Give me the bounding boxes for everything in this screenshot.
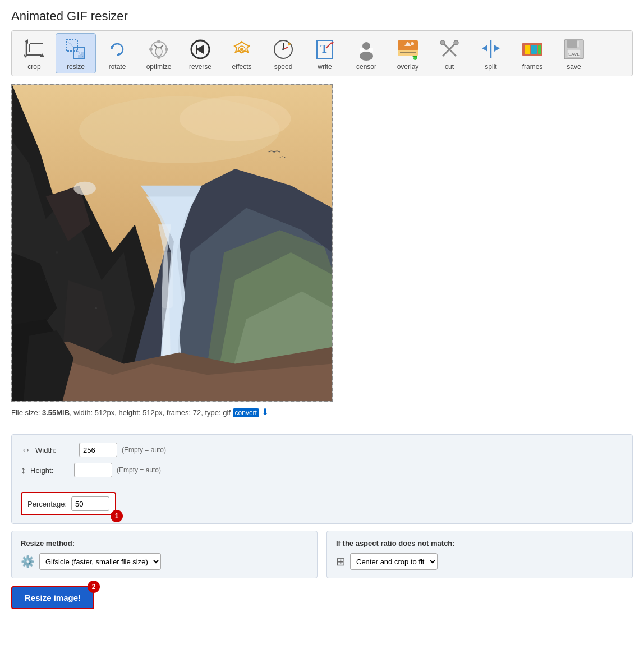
svg-text:SAVE: SAVE xyxy=(568,52,580,57)
frames-label: frames xyxy=(522,63,543,71)
censor-icon xyxy=(354,37,379,62)
svg-point-26 xyxy=(282,48,284,50)
resize-icon xyxy=(63,37,88,62)
method-panel: Resize method: ⚙️ Gifsicle (faster, smal… xyxy=(11,531,633,578)
toolbar: crop resize rotate xyxy=(11,30,633,76)
svg-rect-40 xyxy=(400,52,416,53)
tool-optimize[interactable]: optimize xyxy=(139,33,179,73)
aspect-ratio-select[interactable]: Center and crop to fit Stretch Pad with … xyxy=(350,553,438,570)
tool-resize[interactable]: resize xyxy=(56,33,96,73)
resize-method-box: Resize method: ⚙️ Gifsicle (faster, smal… xyxy=(11,531,318,578)
width-hint: (Empty = auto) xyxy=(122,446,166,454)
svg-point-82 xyxy=(95,307,97,309)
svg-rect-34 xyxy=(360,48,364,52)
tool-crop[interactable]: crop xyxy=(14,33,54,73)
tool-effects[interactable]: effects xyxy=(222,33,262,73)
svg-point-39 xyxy=(411,42,414,45)
tool-reverse[interactable]: reverse xyxy=(180,33,220,73)
svg-point-79 xyxy=(73,182,96,195)
height-label: Height: xyxy=(30,466,70,475)
reverse-icon xyxy=(188,37,213,62)
aspect-ratio-row: ⊞ Center and crop to fit Stretch Pad wit… xyxy=(336,553,623,570)
svg-line-8 xyxy=(68,42,84,57)
write-label: write xyxy=(318,63,332,71)
height-arrow-icon: ↕ xyxy=(21,464,26,476)
tool-censor[interactable]: censor xyxy=(346,33,387,73)
svg-point-13 xyxy=(157,40,160,43)
split-label: split xyxy=(485,63,496,71)
rotate-icon xyxy=(105,37,130,62)
tool-write[interactable]: T write xyxy=(305,33,345,73)
resize-method-title: Resize method: xyxy=(21,539,308,547)
width-label: Width: xyxy=(35,446,75,454)
tool-speed[interactable]: speed xyxy=(263,33,303,73)
width-arrow-icon: ↔ xyxy=(21,444,31,456)
svg-marker-48 xyxy=(482,45,487,52)
save-label: save xyxy=(567,63,581,71)
badge-1: 1 xyxy=(111,510,123,522)
height-input[interactable] xyxy=(74,463,112,477)
file-size-suffix: , width: 512px, height: 512px, frames: 7… xyxy=(70,408,231,417)
effects-label: effects xyxy=(232,63,251,71)
svg-rect-52 xyxy=(531,45,537,54)
tool-cut[interactable]: cut xyxy=(429,33,470,73)
censor-label: censor xyxy=(356,63,376,71)
svg-rect-57 xyxy=(577,41,579,47)
resize-button-area: Resize image! 2 xyxy=(11,586,94,609)
svg-rect-35 xyxy=(369,48,373,52)
width-row: ↔ Width: (Empty = auto) xyxy=(21,443,623,457)
percentage-label: Percentage: xyxy=(27,500,67,508)
split-icon xyxy=(479,37,503,62)
write-icon: T xyxy=(312,37,337,62)
crop-fit-icon: ⊞ xyxy=(336,555,346,568)
file-size-value: 3.55MiB xyxy=(42,408,70,417)
svg-point-46 xyxy=(454,40,458,45)
tool-save[interactable]: SAVE save xyxy=(554,33,594,73)
svg-point-22 xyxy=(240,48,243,51)
crop-label: crop xyxy=(27,63,40,71)
optimize-icon xyxy=(146,37,171,62)
svg-text:T: T xyxy=(320,42,329,56)
svg-point-81 xyxy=(45,279,47,281)
percentage-row: Percentage: xyxy=(21,492,116,515)
percentage-input[interactable] xyxy=(71,496,109,511)
svg-rect-51 xyxy=(525,45,530,54)
file-info: File size: 3.55MiB, width: 512px, height… xyxy=(11,407,333,417)
svg-point-16 xyxy=(165,48,168,51)
svg-point-15 xyxy=(149,48,153,51)
tool-overlay[interactable]: overlay xyxy=(388,33,428,73)
resize-method-select[interactable]: Gifsicle (faster, smaller file size) Ima… xyxy=(39,553,161,570)
overlay-label: overlay xyxy=(397,63,419,71)
crop-icon xyxy=(22,37,47,62)
resize-label: resize xyxy=(67,63,85,71)
badge-2: 2 xyxy=(88,581,100,593)
width-input[interactable] xyxy=(79,443,117,457)
tool-split[interactable]: split xyxy=(471,33,511,73)
svg-point-42 xyxy=(413,57,417,60)
frames-icon xyxy=(520,37,545,62)
effects-icon xyxy=(229,37,254,62)
cut-icon xyxy=(437,37,462,62)
speed-icon xyxy=(271,37,296,62)
page-title: Animated GIF resizer xyxy=(11,9,633,24)
tool-rotate[interactable]: rotate xyxy=(97,33,137,73)
aspect-ratio-title: If the aspect ratio does not match: xyxy=(336,539,623,547)
svg-rect-83 xyxy=(162,252,173,308)
svg-rect-53 xyxy=(538,45,541,54)
convert-button[interactable]: convert xyxy=(233,408,259,417)
resize-method-row: ⚙️ Gifsicle (faster, smaller file size) … xyxy=(21,553,308,570)
resize-form-panel: ↔ Width: (Empty = auto) ↕ Height: (Empty… xyxy=(11,434,633,524)
overlay-icon xyxy=(395,37,420,62)
cut-label: cut xyxy=(445,63,454,71)
svg-point-45 xyxy=(440,40,445,45)
download-icon: ⬇ xyxy=(261,407,269,417)
reverse-label: reverse xyxy=(189,63,211,71)
svg-point-61 xyxy=(180,96,291,141)
resize-image-button[interactable]: Resize image! xyxy=(11,586,94,609)
optimize-label: optimize xyxy=(146,63,172,71)
svg-marker-20 xyxy=(196,45,197,54)
svg-point-80 xyxy=(56,251,58,254)
height-row: ↕ Height: (Empty = auto) xyxy=(21,463,623,477)
tool-frames[interactable]: frames xyxy=(512,33,553,73)
file-size-prefix: File size: xyxy=(11,408,42,417)
